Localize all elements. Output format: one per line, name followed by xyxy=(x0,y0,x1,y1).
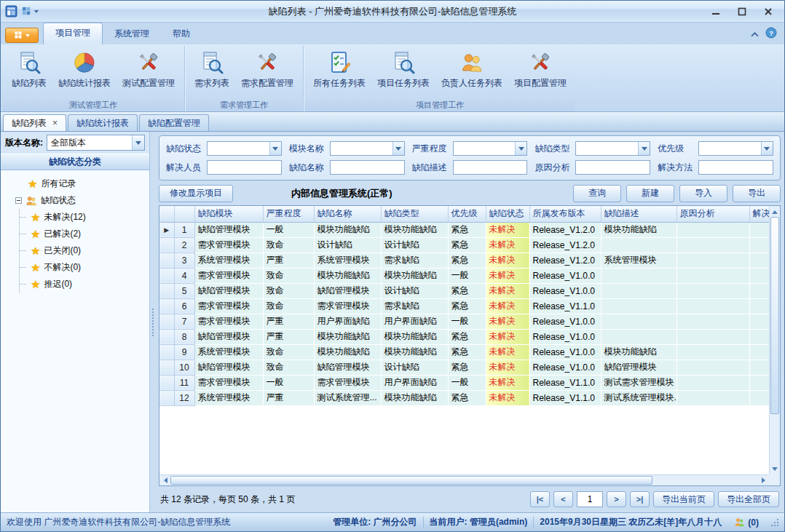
table-row[interactable]: 9系统管理模块致命模块功能缺陷模块功能缺陷紧急未解决Release_V1.0.0… xyxy=(159,344,769,360)
doc-tab-defect-report[interactable]: 缺陷统计报表 xyxy=(68,114,138,131)
chevron-down-icon[interactable] xyxy=(269,142,281,155)
filter-cause-analysis-input[interactable] xyxy=(575,160,650,175)
scroll-left-icon[interactable] xyxy=(159,475,170,485)
table-row[interactable]: 3系统管理模块严重系统管理模块需求缺陷紧急未解决Release_V1.2.0系统… xyxy=(159,253,769,268)
table-row[interactable]: 8缺陷管理模块严重模块功能缺陷模块功能缺陷紧急未解决Release_V1.0.0 xyxy=(159,329,769,344)
scroll-right-icon[interactable] xyxy=(758,475,769,485)
tree-item-wont-resolve[interactable]: ★不解决(0) xyxy=(20,259,148,276)
tab-project-mgmt[interactable]: 项目管理 xyxy=(43,23,103,44)
tree-item-defect-status[interactable]: 缺陷状态 xyxy=(15,192,148,209)
filter-solution-input-text[interactable] xyxy=(699,161,773,174)
defect-list-button[interactable]: 缺陷列表 xyxy=(6,47,52,99)
test-config-button[interactable]: 测试配置管理 xyxy=(117,47,181,99)
filter-cause-analysis-input-text[interactable] xyxy=(576,161,650,174)
filter-defect-type-input-text[interactable] xyxy=(576,142,638,155)
page-number-input[interactable] xyxy=(577,491,603,507)
splitter[interactable] xyxy=(150,132,155,512)
requirement-config-button[interactable]: 需求配置管理 xyxy=(235,47,299,99)
close-tab-icon[interactable]: × xyxy=(52,119,58,127)
filter-priority-input-text[interactable] xyxy=(699,142,761,155)
search-button[interactable]: 查询 xyxy=(573,185,621,202)
prev-page-button[interactable]: < xyxy=(553,491,573,507)
project-config-button[interactable]: 项目配置管理 xyxy=(508,47,572,99)
filter-defect-name-input[interactable] xyxy=(330,160,405,175)
online-users-indicator[interactable]: (0) xyxy=(734,517,759,528)
column-header-priority[interactable]: 优先级 xyxy=(448,206,486,222)
chevron-down-icon[interactable] xyxy=(638,142,650,155)
help-icon[interactable]: ? xyxy=(765,27,777,41)
tree-item-resolved[interactable]: ★已解决(2) xyxy=(20,226,148,242)
version-select[interactable]: 全部版本 xyxy=(47,135,145,151)
table-row[interactable]: ▶1缺陷管理模块一般模块功能缺陷模块功能缺陷紧急未解决Release_V1.2.… xyxy=(159,222,769,237)
table-row[interactable]: 6需求管理模块致命需求管理模块需求缺陷紧急未解决Release_V1.1.0 xyxy=(159,298,769,314)
doc-tab-defect-list[interactable]: 缺陷列表× xyxy=(3,114,66,131)
horizontal-scrollbar[interactable] xyxy=(159,475,769,485)
table-row[interactable]: 5缺陷管理模块致命缺陷管理模块设计缺陷紧急未解决Release_V1.0.0 xyxy=(159,283,769,298)
column-header-defect-name[interactable]: 缺陷名称 xyxy=(314,206,381,222)
import-button[interactable]: 导入 xyxy=(679,185,727,202)
last-page-button[interactable]: >| xyxy=(630,491,650,507)
filter-defect-status-input[interactable] xyxy=(207,141,282,156)
tab-system-mgmt[interactable]: 系统管理 xyxy=(103,24,161,44)
modify-columns-button[interactable]: 修改显示项目 xyxy=(159,185,233,202)
customize-quick-access-icon[interactable] xyxy=(22,6,39,17)
scroll-up-icon[interactable] xyxy=(770,206,780,217)
minimize-button[interactable] xyxy=(704,4,727,20)
filter-defect-name-input-text[interactable] xyxy=(331,161,404,174)
filter-defect-status-input-text[interactable] xyxy=(208,142,269,155)
filter-module-name-input-text[interactable] xyxy=(331,142,392,155)
all-tasks-button[interactable]: 所有任务列表 xyxy=(307,47,371,99)
vertical-scrollbar[interactable] xyxy=(769,206,780,475)
tab-help[interactable]: 帮助 xyxy=(161,24,202,44)
vertical-scroll-thumb[interactable] xyxy=(770,217,779,414)
filter-defect-type-input[interactable] xyxy=(575,141,650,156)
project-tasks-button[interactable]: 项目任务列表 xyxy=(371,47,435,99)
chevron-down-icon[interactable] xyxy=(132,135,144,150)
column-header-defect-status[interactable]: 缺陷状态 xyxy=(486,206,529,222)
resize-grip[interactable] xyxy=(771,519,778,526)
column-header-cause-analysis[interactable]: 原因分析 xyxy=(676,206,749,222)
table-row[interactable]: 12系统管理模块严重测试系统管理...模块功能缺陷紧急未解决Release_V1… xyxy=(159,390,769,405)
table-row[interactable]: 7需求管理模块严重用户界面缺陷用户界面缺陷一般未解决Release_V1.0.0 xyxy=(159,314,769,329)
chevron-down-icon[interactable] xyxy=(761,142,773,155)
table-row[interactable]: 11需求管理模块一般需求管理模块用户界面缺陷一般未解决Release_V1.1.… xyxy=(159,375,769,390)
close-button[interactable] xyxy=(757,4,780,20)
tree-item-all-records[interactable]: ★所有记录 xyxy=(15,175,148,192)
column-header-defect-type[interactable]: 缺陷类型 xyxy=(381,206,448,222)
collapse-ribbon-icon[interactable] xyxy=(751,29,759,39)
filter-priority-input[interactable] xyxy=(698,141,773,156)
table-row[interactable]: 2需求管理模块致命设计缺陷设计缺陷紧急未解决Release_V1.2.0 xyxy=(159,237,769,253)
horizontal-scroll-thumb[interactable] xyxy=(170,476,652,485)
column-header-defect-module[interactable]: 缺陷模块 xyxy=(194,206,263,222)
chevron-down-icon[interactable] xyxy=(392,142,404,155)
filter-severity-input-text[interactable] xyxy=(454,142,516,155)
doc-tab-defect-config[interactable]: 缺陷配置管理 xyxy=(139,114,209,131)
create-button[interactable]: 新建 xyxy=(626,185,674,202)
table-row[interactable]: 4需求管理模块致命模块功能缺陷模块功能缺陷一般未解决Release_V1.0.0 xyxy=(159,268,769,283)
filter-severity-input[interactable] xyxy=(453,141,528,156)
filter-module-name-input[interactable] xyxy=(330,141,405,156)
column-header-severity[interactable]: 严重程度 xyxy=(263,206,314,222)
defect-report-button[interactable]: 缺陷统计报表 xyxy=(52,47,117,99)
filter-defect-desc-input[interactable] xyxy=(453,160,528,175)
tree-item-unresolved[interactable]: ★未解决(12) xyxy=(20,209,148,226)
next-page-button[interactable]: > xyxy=(607,491,626,507)
filter-defect-desc-input-text[interactable] xyxy=(454,161,527,174)
app-menu-button[interactable] xyxy=(5,28,39,43)
collapse-expander-icon[interactable] xyxy=(15,197,22,204)
requirement-list-button[interactable]: 需求列表 xyxy=(189,47,235,99)
tree-item-postponed[interactable]: ★推迟(0) xyxy=(20,276,148,293)
column-header-defect-desc[interactable]: 缺陷描述 xyxy=(601,206,676,222)
table-row[interactable]: 10缺陷管理模块致命缺陷管理模块设计缺陷紧急未解决Release_V1.0.0缺… xyxy=(159,360,769,375)
export-all-pages-button[interactable]: 导出全部页 xyxy=(718,491,779,507)
first-page-button[interactable]: |< xyxy=(530,491,550,507)
app-icon[interactable] xyxy=(5,5,17,17)
maximize-button[interactable] xyxy=(730,4,754,20)
column-header-release-version[interactable]: 所属发布版本 xyxy=(529,206,601,222)
export-current-page-button[interactable]: 导出当前页 xyxy=(653,491,714,507)
tree-item-closed[interactable]: ★已关闭(0) xyxy=(20,242,148,259)
chevron-down-icon[interactable] xyxy=(515,142,526,155)
filter-solution-input[interactable] xyxy=(698,160,773,175)
filter-resolver-input[interactable] xyxy=(207,160,282,175)
export-button[interactable]: 导出 xyxy=(733,185,781,202)
